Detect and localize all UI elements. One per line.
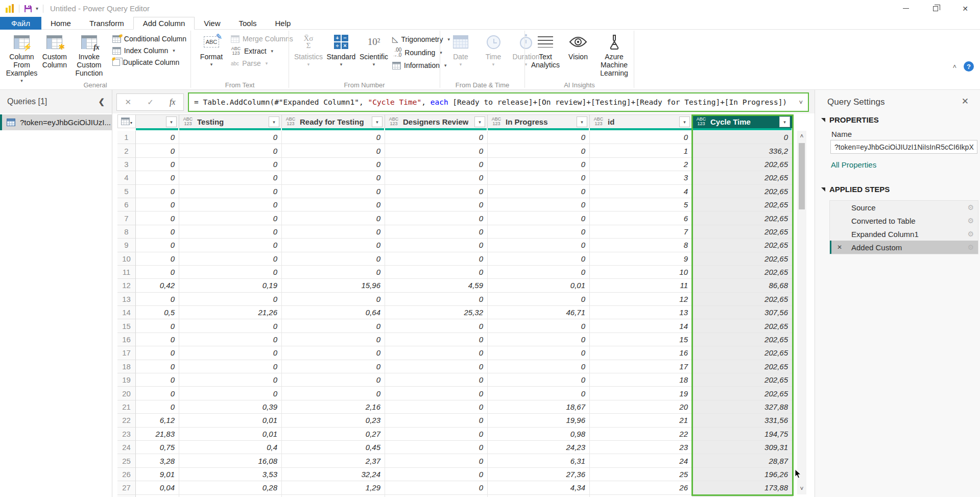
table-row[interactable]: 2321,830,010,2700,9822194,75: [117, 428, 795, 441]
table-row[interactable]: 269,013,5332,24027,3625196,26: [117, 468, 795, 481]
table-row[interactable]: 6000005202,65: [117, 198, 795, 211]
tab-add-column[interactable]: Add Column: [133, 17, 195, 30]
applied-step-expanded-column1[interactable]: Expanded Column1⚙: [830, 227, 978, 241]
standard-button[interactable]: +−÷× Standard▾: [326, 33, 356, 67]
table-row[interactable]: 8000007202,65: [117, 225, 795, 239]
query-list-item[interactable]: ?token=eyJhbGciOiJIUzI...: [0, 114, 112, 130]
scroll-up-icon[interactable]: ˄: [797, 133, 806, 140]
gear-icon[interactable]: ⚙: [967, 203, 974, 211]
text-analytics-button[interactable]: Text Analytics: [531, 33, 560, 69]
filter-button[interactable]: ▾: [779, 116, 790, 127]
applied-step-converted-to-table[interactable]: Converted to Table⚙: [830, 214, 978, 227]
table-row[interactable]: 5000004202,65: [117, 185, 795, 198]
column-from-examples-button[interactable]: ⚡ Column From Examples▾: [7, 33, 37, 83]
conditional-column-button[interactable]: ✱ Conditional Column: [112, 35, 186, 43]
expand-formula-icon[interactable]: ˅: [799, 99, 803, 106]
table-row[interactable]: 10000009202,65: [117, 252, 795, 266]
table-row[interactable]: 7000006202,65: [117, 211, 795, 225]
table-row[interactable]: 4000003202,65: [117, 171, 795, 184]
restore-button[interactable]: [921, 0, 950, 17]
date-button[interactable]: Date▾: [446, 33, 475, 67]
table-row[interactable]: 160000015202,65: [117, 333, 795, 346]
tab-view[interactable]: View: [195, 17, 229, 30]
quick-access-caret-icon[interactable]: ▾: [36, 6, 38, 11]
save-icon[interactable]: [24, 5, 32, 13]
table-row[interactable]: 240,750,40,45024,2323309,31: [117, 441, 795, 454]
filter-button[interactable]: ▾: [577, 116, 587, 127]
vision-button[interactable]: Vision: [563, 33, 593, 61]
merge-columns-button[interactable]: Merge Columns: [231, 35, 293, 43]
commit-formula-icon[interactable]: ✓: [147, 98, 154, 107]
column-header-in-progress[interactable]: ABC123In Progress▾: [488, 114, 590, 128]
gear-icon[interactable]: ⚙: [967, 243, 974, 251]
delete-step-icon[interactable]: ✕: [837, 244, 842, 251]
table-row[interactable]: 226,120,010,23019,9621331,56: [117, 414, 795, 427]
table-row[interactable]: 180000017202,65: [117, 360, 795, 373]
gear-icon[interactable]: ⚙: [967, 217, 974, 225]
column-header-designers-review[interactable]: ABC123Designers Review▾: [385, 114, 488, 128]
collapse-ribbon-icon[interactable]: ˄: [952, 63, 957, 70]
filter-button[interactable]: ▾: [269, 116, 279, 127]
applied-step-added-custom[interactable]: ✕Added Custom⚙: [830, 241, 978, 254]
azure-machine-learning-button[interactable]: Azure Machine Learning: [596, 33, 632, 77]
table-row[interactable]: 110000010202,65: [117, 266, 795, 279]
table-row[interactable]: 2000001336,2: [117, 144, 795, 157]
filter-button[interactable]: ▾: [372, 116, 383, 127]
column-header-cycle-time[interactable]: ABC123Cycle Time▾: [692, 114, 793, 128]
filter-button[interactable]: ▾: [679, 116, 690, 127]
filter-button[interactable]: ▾: [166, 116, 177, 127]
scientific-button[interactable]: 10² Scientific▾: [359, 33, 389, 67]
minimize-button[interactable]: [891, 0, 921, 17]
table-row[interactable]: 200000019202,65: [117, 387, 795, 400]
table-row[interactable]: 9000008202,65: [117, 239, 795, 252]
column-header-id[interactable]: ABC123id▾: [590, 114, 692, 128]
extract-button[interactable]: ABC123 Extract▾: [231, 46, 293, 56]
tab-help[interactable]: Help: [266, 17, 300, 30]
applied-steps-section-header[interactable]: APPLIED STEPS: [821, 185, 890, 194]
format-button[interactable]: ABC✎ Format▾: [197, 33, 226, 67]
table-row[interactable]: 270,040,281,2904,3426173,88: [117, 481, 795, 494]
applied-step-source[interactable]: Source⚙: [830, 201, 978, 214]
column-header-testing[interactable]: ABC123Testing▾: [179, 114, 282, 128]
table-row[interactable]: 170000016202,65: [117, 346, 795, 360]
table-row[interactable]: 2100,392,16018,6720327,88: [117, 400, 795, 414]
table-row[interactable]: 130000012202,65: [117, 293, 795, 306]
fx-icon[interactable]: fx: [170, 98, 176, 107]
statistics-button[interactable]: X̄σ Σ Statistics▾: [294, 33, 323, 67]
vertical-scrollbar[interactable]: ˄ ˅: [797, 131, 806, 494]
custom-column-button[interactable]: ✱ Custom Column: [40, 33, 69, 69]
table-row[interactable]: 10000000: [117, 131, 795, 144]
table-row[interactable]: 150000014202,65: [117, 319, 795, 333]
parse-button[interactable]: abc Parse▾: [231, 59, 293, 67]
index-column-button[interactable]: Index Column▾: [112, 46, 186, 55]
table-row[interactable]: 140,521,260,6425,3246,7113307,56: [117, 306, 795, 319]
tab-tools[interactable]: Tools: [230, 17, 266, 30]
gear-icon[interactable]: ⚙: [967, 230, 974, 238]
duplicate-column-button[interactable]: ✱ Duplicate Column: [112, 58, 186, 66]
all-properties-link[interactable]: All Properties: [831, 160, 876, 169]
help-icon[interactable]: ?: [964, 61, 974, 72]
pane-divider[interactable]: [112, 90, 112, 497]
properties-section-header[interactable]: PROPERTIES: [821, 115, 879, 124]
table-row[interactable]: 253,2816,082,3706,312428,87: [117, 454, 795, 467]
select-all-button[interactable]: ▾: [117, 114, 136, 128]
table-row[interactable]: 120,420,1915,964,590,011186,68: [117, 279, 795, 292]
table-row[interactable]: 3000002202,65: [117, 158, 795, 171]
column-header-ready-for-testing[interactable]: ABC123Ready for Testing▾: [282, 114, 385, 128]
cancel-formula-icon[interactable]: ✕: [125, 98, 132, 107]
tab-home[interactable]: Home: [41, 17, 80, 30]
filter-button[interactable]: ▾: [474, 116, 485, 127]
scrollbar-thumb[interactable]: [799, 143, 805, 209]
time-button[interactable]: Time▾: [479, 33, 508, 67]
collapse-pane-icon[interactable]: ❮: [98, 97, 105, 106]
close-panel-icon[interactable]: ✕: [962, 96, 969, 107]
tab-transform[interactable]: Transform: [80, 17, 133, 30]
formula-bar-input[interactable]: = Table.AddColumn(#"Expanded Column1", "…: [188, 92, 809, 112]
column-header-blank[interactable]: ▾: [136, 114, 179, 128]
table-row[interactable]: 190000018202,65: [117, 373, 795, 387]
tab-файл[interactable]: Файл: [0, 17, 41, 30]
query-name-input[interactable]: ?token=eyJhbGciOiJIUzI1NiIsInR5cCI6IkpX: [830, 140, 977, 154]
invoke-custom-function-button[interactable]: fx Invoke Custom Function: [73, 33, 106, 77]
scroll-down-icon[interactable]: ˅: [797, 485, 806, 492]
close-button[interactable]: ✕: [950, 0, 980, 17]
